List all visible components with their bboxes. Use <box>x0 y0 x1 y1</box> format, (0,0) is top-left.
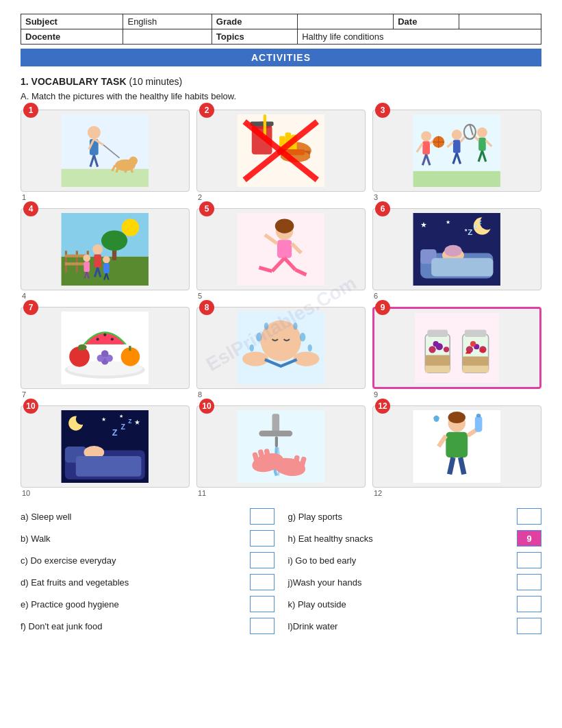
svg-rect-74 <box>103 263 109 273</box>
svg-rect-159 <box>275 436 278 447</box>
svg-line-175 <box>450 457 453 474</box>
match-col-left: a) Sleep well b) Walk c) Do exercise eve… <box>21 508 274 634</box>
svg-rect-130 <box>425 366 450 373</box>
match-col-right: g) Play sports h) Eat healthy snacks 9 i… <box>288 508 542 634</box>
match-row-j: j)Wash your hands <box>288 574 542 590</box>
svg-text:★: ★ <box>134 418 140 426</box>
match-label-c: c) Do exercise everyday <box>21 555 243 566</box>
match-label-h: h) Eat healthy snacks <box>288 534 511 544</box>
img-12-svg <box>381 410 533 483</box>
svg-text:Z: Z <box>121 423 126 431</box>
svg-rect-129 <box>425 355 450 365</box>
header-table: Subject English Grade Date Docente Topic… <box>21 14 541 45</box>
svg-rect-48 <box>478 138 486 151</box>
match-label-b: b) Walk <box>21 534 243 544</box>
img-label-10: 10 <box>22 489 30 497</box>
match-box-g[interactable] <box>517 508 541 525</box>
svg-text:Z: Z <box>128 418 131 425</box>
match-label-g: g) Play sports <box>288 512 511 522</box>
match-box-f[interactable] <box>250 618 274 634</box>
image-cell-2: 2 <box>196 110 366 201</box>
img-1-svg <box>29 114 181 187</box>
match-label-i: i) Go to bed early <box>288 555 511 566</box>
svg-point-124 <box>242 351 268 366</box>
match-box-a[interactable] <box>250 508 274 525</box>
svg-point-73 <box>103 256 110 264</box>
svg-rect-173 <box>476 414 481 417</box>
match-row-d: d) Eat fruits and vegetables <box>21 574 274 590</box>
svg-text:Z: Z <box>474 223 478 230</box>
svg-point-41 <box>452 129 462 140</box>
svg-rect-1 <box>62 169 149 188</box>
img-box-8 <box>196 307 366 389</box>
svg-point-131 <box>429 346 435 353</box>
docente-value <box>123 29 212 45</box>
img-label-3: 3 <box>374 193 378 201</box>
match-box-h[interactable]: 9 <box>517 530 541 547</box>
match-box-k[interactable] <box>517 596 541 612</box>
match-row-b: b) Walk <box>21 530 274 547</box>
svg-rect-70 <box>84 262 90 272</box>
img-label-5: 5 <box>198 292 202 300</box>
date-value <box>459 14 541 29</box>
img-label-11: 11 <box>198 489 206 497</box>
img-label-1: 1 <box>22 193 26 201</box>
svg-point-145 <box>76 413 88 425</box>
match-box-i[interactable] <box>517 552 541 568</box>
svg-rect-158 <box>259 431 293 436</box>
svg-point-122 <box>264 323 268 330</box>
badge-8: 8 <box>199 300 214 315</box>
date-label: Date <box>394 14 459 29</box>
image-cell-12: 12 <box>372 405 541 497</box>
img-box-1 <box>21 110 190 192</box>
svg-rect-170 <box>446 432 468 457</box>
svg-text:Z: Z <box>112 427 118 438</box>
svg-rect-31 <box>413 171 500 187</box>
svg-point-133 <box>444 347 449 352</box>
img-4-svg <box>29 213 181 286</box>
svg-point-65 <box>92 244 103 255</box>
img-3-svg <box>381 114 533 187</box>
svg-rect-111 <box>129 346 131 351</box>
svg-point-32 <box>421 131 431 141</box>
svg-point-11 <box>133 158 136 162</box>
match-label-k: k) Play outside <box>288 599 511 610</box>
image-cell-3: 3 <box>372 110 541 201</box>
instruction-a: A. Match the pictures with the healthy l… <box>21 91 541 101</box>
img-label-9: 9 <box>374 390 378 399</box>
match-label-d: d) Eat fruits and vegetables <box>21 577 243 588</box>
img-box-4 <box>21 208 190 290</box>
match-box-b[interactable] <box>250 530 274 547</box>
badge-3: 3 <box>375 103 390 118</box>
image-cell-5: 5 <box>196 208 366 300</box>
img-box-11 <box>196 405 366 488</box>
svg-point-69 <box>84 254 91 262</box>
img-7-svg <box>29 312 181 384</box>
match-box-c[interactable] <box>250 552 274 568</box>
img-11-svg <box>205 410 357 483</box>
page-wrapper: Subject English Grade Date Docente Topic… <box>21 14 541 634</box>
img-2-svg <box>205 114 357 187</box>
match-box-d[interactable] <box>250 574 274 590</box>
image-cell-7: 7 <box>21 307 190 399</box>
svg-rect-157 <box>272 414 280 432</box>
svg-rect-100 <box>431 258 493 277</box>
svg-rect-155 <box>76 456 142 477</box>
svg-point-123 <box>294 323 298 330</box>
match-box-e[interactable] <box>250 596 274 612</box>
svg-rect-19 <box>251 122 274 126</box>
match-row-a: a) Sleep well <box>21 508 274 525</box>
img-box-3 <box>372 110 541 192</box>
svg-point-79 <box>275 218 294 233</box>
svg-point-2 <box>88 126 101 139</box>
svg-point-118 <box>256 333 261 342</box>
badge-4: 4 <box>23 201 38 216</box>
svg-point-121 <box>308 344 312 352</box>
badge-5: 5 <box>199 201 214 216</box>
svg-point-96 <box>444 245 461 257</box>
match-row-l: l)Drink water <box>288 618 542 634</box>
svg-rect-58 <box>65 251 67 273</box>
match-box-l[interactable] <box>517 618 541 634</box>
svg-rect-42 <box>453 140 461 153</box>
match-box-j[interactable] <box>517 574 541 590</box>
